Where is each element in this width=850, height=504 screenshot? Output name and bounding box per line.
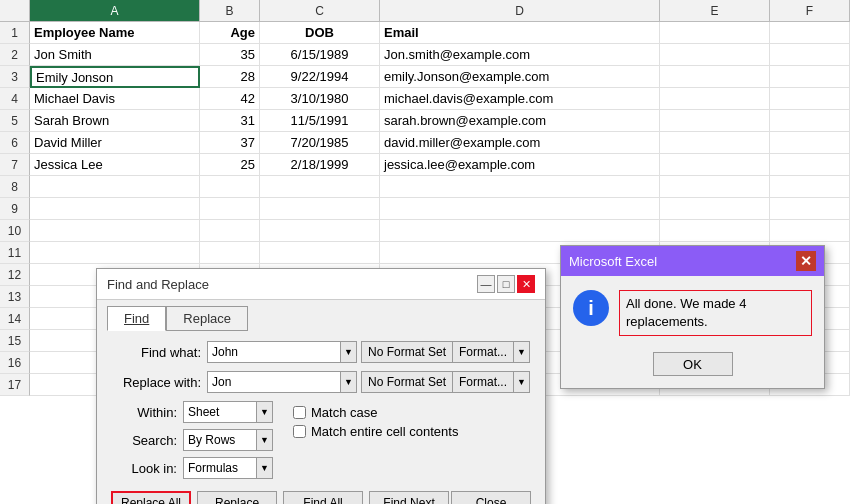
cell-f2[interactable] (770, 44, 850, 66)
cell-c4[interactable]: 3/10/1980 (260, 88, 380, 110)
row-num-5[interactable]: 5 (0, 110, 30, 132)
cell-b9[interactable] (200, 198, 260, 220)
cell-b4[interactable]: 42 (200, 88, 260, 110)
cell-b2[interactable]: 35 (200, 44, 260, 66)
cell-a2[interactable]: Jon Smith (30, 44, 200, 66)
row-num-2[interactable]: 2 (0, 44, 30, 66)
find-format-button[interactable]: Format... (453, 341, 514, 363)
cell-a8[interactable] (30, 176, 200, 198)
cell-c11[interactable] (260, 242, 380, 264)
row-num-4[interactable]: 4 (0, 88, 30, 110)
row-num-17[interactable]: 17 (0, 374, 30, 396)
cell-d2[interactable]: Jon.smith@example.com (380, 44, 660, 66)
cell-d8[interactable] (380, 176, 660, 198)
row-num-10[interactable]: 10 (0, 220, 30, 242)
cell-c10[interactable] (260, 220, 380, 242)
cell-c6[interactable]: 7/20/1985 (260, 132, 380, 154)
cell-f4[interactable] (770, 88, 850, 110)
replace-format-button[interactable]: Format... (453, 371, 514, 393)
cell-c9[interactable] (260, 198, 380, 220)
cell-a5[interactable]: Sarah Brown (30, 110, 200, 132)
col-header-a[interactable]: A (30, 0, 200, 21)
dialog-close-button[interactable]: ✕ (517, 275, 535, 293)
cell-a4[interactable]: Michael Davis (30, 88, 200, 110)
alert-ok-button[interactable]: OK (653, 352, 733, 376)
row-num-12[interactable]: 12 (0, 264, 30, 286)
row-num-15[interactable]: 15 (0, 330, 30, 352)
row-num-1[interactable]: 1 (0, 22, 30, 44)
cell-b5[interactable]: 31 (200, 110, 260, 132)
cell-d3[interactable]: emily.Jonson@example.com (380, 66, 660, 88)
alert-close-button[interactable]: ✕ (796, 251, 816, 271)
cell-f1[interactable] (770, 22, 850, 44)
search-arrow[interactable]: ▼ (256, 430, 272, 450)
cell-c5[interactable]: 11/5/1991 (260, 110, 380, 132)
cell-e7[interactable] (660, 154, 770, 176)
cell-c7[interactable]: 2/18/1999 (260, 154, 380, 176)
cell-e6[interactable] (660, 132, 770, 154)
cell-b1[interactable]: Age (200, 22, 260, 44)
col-header-e[interactable]: E (660, 0, 770, 21)
find-next-button[interactable]: Find Next (369, 491, 449, 504)
cell-f10[interactable] (770, 220, 850, 242)
close-button[interactable]: Close (451, 491, 531, 504)
dialog-minimize-button[interactable]: — (477, 275, 495, 293)
match-case-checkbox[interactable] (293, 406, 306, 419)
cell-e10[interactable] (660, 220, 770, 242)
row-num-14[interactable]: 14 (0, 308, 30, 330)
cell-a9[interactable] (30, 198, 200, 220)
row-num-6[interactable]: 6 (0, 132, 30, 154)
cell-a11[interactable] (30, 242, 200, 264)
cell-f5[interactable] (770, 110, 850, 132)
lookin-combo[interactable]: Formulas ▼ (183, 457, 273, 479)
cell-b10[interactable] (200, 220, 260, 242)
find-format-arrow[interactable]: ▼ (514, 341, 530, 363)
cell-e5[interactable] (660, 110, 770, 132)
row-num-7[interactable]: 7 (0, 154, 30, 176)
cell-c2[interactable]: 6/15/1989 (260, 44, 380, 66)
cell-f8[interactable] (770, 176, 850, 198)
row-num-11[interactable]: 11 (0, 242, 30, 264)
cell-c1[interactable]: DOB (260, 22, 380, 44)
cell-b11[interactable] (200, 242, 260, 264)
search-combo[interactable]: By Rows ▼ (183, 429, 273, 451)
cell-b8[interactable] (200, 176, 260, 198)
find-what-arrow[interactable]: ▼ (340, 342, 356, 362)
cell-e3[interactable] (660, 66, 770, 88)
cell-d7[interactable]: jessica.lee@example.com (380, 154, 660, 176)
cell-e9[interactable] (660, 198, 770, 220)
lookin-arrow[interactable]: ▼ (256, 458, 272, 478)
col-header-b[interactable]: B (200, 0, 260, 21)
col-header-c[interactable]: C (260, 0, 380, 21)
cell-a10[interactable] (30, 220, 200, 242)
cell-f6[interactable] (770, 132, 850, 154)
cell-b7[interactable]: 25 (200, 154, 260, 176)
match-cell-checkbox[interactable] (293, 425, 306, 438)
cell-d9[interactable] (380, 198, 660, 220)
replace-with-combo[interactable]: Jon ▼ (207, 371, 357, 393)
cell-c3[interactable]: 9/22/1994 (260, 66, 380, 88)
replace-all-button[interactable]: Replace All (111, 491, 191, 504)
cell-d5[interactable]: sarah.brown@example.com (380, 110, 660, 132)
tab-replace[interactable]: Replace (166, 306, 248, 331)
cell-a6[interactable]: David Miller (30, 132, 200, 154)
cell-d6[interactable]: david.miller@example.com (380, 132, 660, 154)
cell-e1[interactable] (660, 22, 770, 44)
row-num-8[interactable]: 8 (0, 176, 30, 198)
tab-find[interactable]: Find (107, 306, 166, 331)
cell-a7[interactable]: Jessica Lee (30, 154, 200, 176)
cell-d1[interactable]: Email (380, 22, 660, 44)
cell-b6[interactable]: 37 (200, 132, 260, 154)
cell-d10[interactable] (380, 220, 660, 242)
col-header-d[interactable]: D (380, 0, 660, 21)
cell-e8[interactable] (660, 176, 770, 198)
within-arrow[interactable]: ▼ (256, 402, 272, 422)
row-num-9[interactable]: 9 (0, 198, 30, 220)
cell-b3[interactable]: 28 (200, 66, 260, 88)
cell-f3[interactable] (770, 66, 850, 88)
cell-e4[interactable] (660, 88, 770, 110)
cell-f9[interactable] (770, 198, 850, 220)
cell-a3[interactable]: Emily Jonson (30, 66, 200, 88)
row-num-13[interactable]: 13 (0, 286, 30, 308)
cell-c8[interactable] (260, 176, 380, 198)
